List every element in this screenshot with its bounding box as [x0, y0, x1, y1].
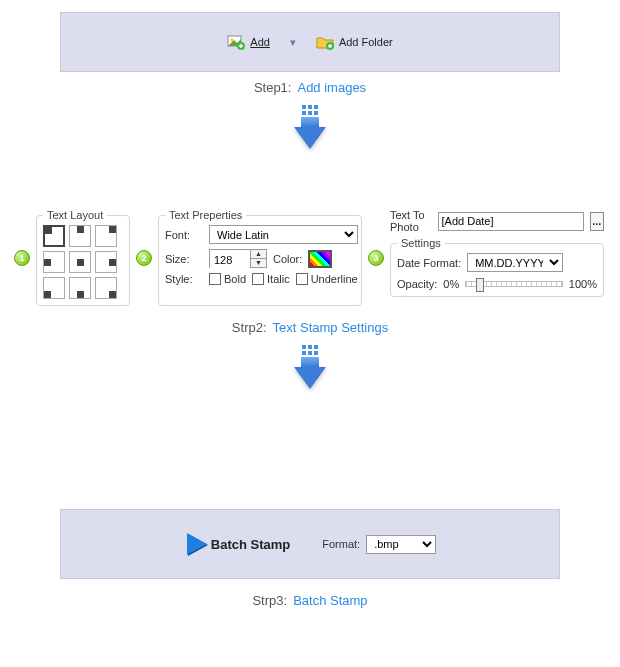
layout-pos-mid-left[interactable]	[43, 251, 65, 273]
text-properties-group: Text Preperties Font: Wide Latin Size: ▲…	[158, 209, 362, 306]
date-format-label: Date Format:	[397, 257, 461, 269]
step3-caption: Strp3:Batch Stamp	[0, 593, 620, 608]
text-properties-legend: Text Preperties	[165, 209, 246, 221]
font-label: Font:	[165, 229, 203, 241]
text-to-photo-label: Text To Photo	[390, 209, 432, 233]
layout-pos-bot-center[interactable]	[69, 277, 91, 299]
layout-pos-mid-right[interactable]	[95, 251, 117, 273]
dropdown-arrow-icon[interactable]: ▾	[284, 33, 302, 51]
color-picker[interactable]	[308, 250, 332, 268]
step3-toolbar: Batch Stamp Format: .bmp	[60, 509, 560, 579]
add-button[interactable]: Add	[223, 31, 274, 53]
text-layout-legend: Text Layout	[43, 209, 107, 221]
arrow-step1	[0, 105, 620, 149]
badge-1: 1	[14, 250, 30, 266]
size-down[interactable]: ▼	[250, 259, 266, 267]
layout-pos-bot-left[interactable]	[43, 277, 65, 299]
layout-pos-top-right[interactable]	[95, 225, 117, 247]
badge-3: 3	[368, 250, 384, 266]
layout-pos-bot-right[interactable]	[95, 277, 117, 299]
text-stamp-settings: 1 Text Layout 2 Text Preperties Font: Wi…	[14, 209, 606, 306]
style-label: Style:	[165, 273, 203, 285]
badge-2: 2	[136, 250, 152, 266]
opacity-low: 0%	[443, 278, 459, 290]
step1-toolbar: Add ▾ Add Folder	[60, 12, 560, 72]
opacity-label: Opacity:	[397, 278, 437, 290]
settings-legend: Settings	[397, 237, 445, 249]
add-folder-label: Add Folder	[339, 36, 393, 48]
size-input[interactable]	[210, 250, 250, 269]
text-to-photo-group: Text To Photo ... Settings Date Format: …	[390, 209, 604, 306]
batch-stamp-button[interactable]: Batch Stamp	[184, 533, 294, 555]
step2-caption: Strp2:Text Stamp Settings	[0, 320, 620, 335]
date-settings-group: Settings Date Format: MM.DD.YYYY Opacity…	[390, 237, 604, 297]
text-to-photo-input[interactable]	[438, 212, 584, 231]
font-select[interactable]: Wide Latin	[209, 225, 358, 244]
bold-checkbox[interactable]: Bold	[209, 273, 246, 285]
image-plus-icon	[227, 33, 245, 51]
text-to-photo-browse[interactable]: ...	[590, 212, 605, 231]
arrow-step2	[0, 345, 620, 389]
text-layout-group: Text Layout	[36, 209, 130, 306]
size-label: Size:	[165, 253, 203, 265]
layout-pos-top-center[interactable]	[69, 225, 91, 247]
play-icon	[188, 535, 206, 553]
format-label: Format:	[322, 538, 360, 550]
layout-pos-top-left[interactable]	[43, 225, 65, 247]
italic-checkbox[interactable]: Italic	[252, 273, 290, 285]
underline-checkbox[interactable]: Underline	[296, 273, 358, 285]
opacity-slider[interactable]	[465, 281, 563, 287]
size-spinner[interactable]: ▲▼	[209, 249, 267, 268]
opacity-high: 100%	[569, 278, 597, 290]
size-up[interactable]: ▲	[250, 250, 266, 259]
text-layout-grid	[43, 225, 123, 299]
format-select[interactable]: .bmp	[366, 535, 436, 554]
add-button-label: Add	[250, 36, 270, 48]
add-folder-button[interactable]: Add Folder	[312, 31, 397, 53]
folder-plus-icon	[316, 33, 334, 51]
batch-stamp-label: Batch Stamp	[211, 537, 290, 552]
step1-caption: Step1:Add images	[0, 80, 620, 95]
color-label: Color:	[273, 253, 302, 265]
layout-pos-mid-center[interactable]	[69, 251, 91, 273]
date-format-select[interactable]: MM.DD.YYYY	[467, 253, 563, 272]
